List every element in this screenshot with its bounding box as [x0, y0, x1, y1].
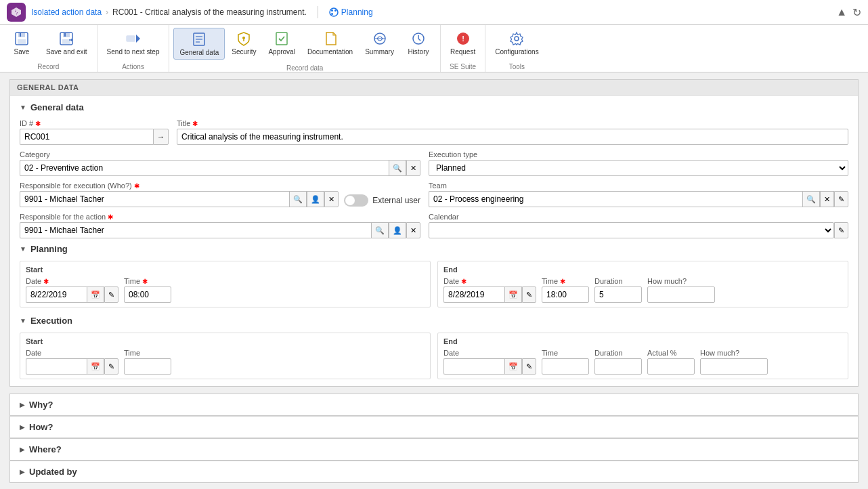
- security-icon: [236, 30, 252, 47]
- how-much-group: How much?: [647, 277, 715, 303]
- where-section[interactable]: ▶ Where?: [9, 438, 859, 461]
- general-data-button[interactable]: General data: [173, 28, 225, 60]
- summary-label: Summary: [365, 48, 394, 56]
- exec-start-calendar-btn[interactable]: 📅: [87, 358, 104, 375]
- exec-end-calendar-btn[interactable]: 📅: [504, 358, 522, 375]
- team-edit-btn[interactable]: ✎: [834, 191, 848, 207]
- why-label: Why?: [29, 400, 53, 410]
- request-button[interactable]: ! Request: [445, 28, 481, 58]
- exec-actual-input[interactable]: [647, 358, 695, 375]
- summary-button[interactable]: Summary: [360, 28, 399, 58]
- approval-button[interactable]: Approval: [263, 28, 300, 58]
- top-bar-actions: ▲ ↻: [836, 6, 861, 19]
- history-button[interactable]: History: [401, 28, 436, 58]
- security-button[interactable]: Security: [226, 28, 261, 58]
- team-input[interactable]: [429, 191, 802, 207]
- why-section[interactable]: ▶ Why?: [9, 394, 859, 416]
- category-search-btn[interactable]: 🔍: [389, 160, 406, 176]
- exec-end-clear-btn[interactable]: ✎: [522, 358, 536, 375]
- exec-start-time-input[interactable]: [124, 358, 171, 375]
- external-toggle-container: External user: [344, 194, 420, 207]
- breadcrumb-base[interactable]: Isolated action data: [31, 7, 102, 17]
- save-button[interactable]: Save: [4, 28, 39, 58]
- where-collapse-arrow: ▶: [20, 446, 25, 453]
- title-input[interactable]: [177, 129, 848, 145]
- exec-actual-group: Actual %: [647, 349, 695, 375]
- how-much-input[interactable]: [647, 286, 715, 303]
- start-date-calendar-btn[interactable]: 📅: [87, 286, 104, 303]
- configurations-button[interactable]: Configurations: [490, 28, 544, 58]
- exec-start-clear-btn[interactable]: ✎: [104, 358, 118, 375]
- action-clear-btn[interactable]: ✕: [406, 222, 420, 238]
- save-exit-button[interactable]: Save and exit: [41, 28, 93, 58]
- approval-label: Approval: [268, 48, 295, 56]
- svg-marker-0: [12, 7, 21, 17]
- save-exit-icon: [58, 30, 74, 47]
- general-data-icon: [191, 31, 207, 47]
- general-data-section-header[interactable]: ▼ General data: [20, 102, 848, 112]
- responsible-input[interactable]: [20, 191, 289, 207]
- exec-end-date-input[interactable]: [443, 358, 504, 375]
- external-toggle[interactable]: [344, 194, 368, 207]
- collapse-icon[interactable]: ▲: [836, 6, 847, 19]
- execution-type-group: Execution type Planned Unplanned: [429, 150, 848, 176]
- toolbar-groups: Save Save and exit Record Send to next: [0, 25, 868, 72]
- exec-start-time-group: Time: [124, 349, 171, 375]
- updated-by-section[interactable]: ▶ Updated by: [9, 461, 859, 483]
- start-date-label: Date ✱: [26, 277, 118, 285]
- end-date-clear-btn[interactable]: ✎: [522, 286, 536, 303]
- category-input[interactable]: [20, 160, 389, 176]
- exec-end-time-input[interactable]: [542, 358, 589, 375]
- team-input-group: 🔍 ✕ ✎: [429, 191, 848, 207]
- toolbar: Save Save and exit Record Send to next: [0, 25, 868, 72]
- send-next-button[interactable]: Send to next step: [102, 28, 165, 58]
- save-label: Save: [14, 48, 30, 56]
- send-next-icon: [125, 30, 142, 47]
- exec-duration-input[interactable]: [594, 358, 642, 375]
- planning-link[interactable]: Planning: [329, 7, 373, 17]
- responsible-clear-btn[interactable]: ✕: [324, 191, 339, 207]
- id-search-btn[interactable]: →: [153, 129, 169, 145]
- exec-how-much-label: How much?: [700, 349, 768, 357]
- exec-how-much-input[interactable]: [700, 358, 768, 375]
- end-date-input[interactable]: [443, 286, 504, 303]
- team-search-btn[interactable]: 🔍: [802, 191, 820, 207]
- execution-start-label: Start: [26, 337, 425, 345]
- start-date-input[interactable]: [26, 286, 87, 303]
- responsible-person-btn[interactable]: 👤: [307, 191, 324, 207]
- execution-type-select[interactable]: Planned Unplanned: [429, 160, 848, 176]
- end-date-group: Date ✱ 📅 ✎: [443, 277, 536, 303]
- how-section[interactable]: ▶ How?: [9, 416, 859, 438]
- exec-start-date-input[interactable]: [26, 358, 87, 375]
- planning-boxes: Start Date ✱ 📅 ✎: [20, 261, 848, 307]
- how-label: How?: [29, 422, 53, 432]
- category-clear-btn[interactable]: ✕: [406, 160, 420, 176]
- general-data-collapse-arrow: ▼: [20, 104, 26, 111]
- toolbar-group-tools: Configurations Tools: [485, 25, 548, 72]
- action-calendar-row: Responsible for the action ✱ 🔍 👤 ✕ Calen…: [20, 213, 848, 238]
- team-clear-btn[interactable]: ✕: [820, 191, 834, 207]
- id-input[interactable]: [20, 129, 153, 145]
- where-label: Where?: [29, 444, 62, 454]
- planning-section-header[interactable]: ▼ Planning: [20, 244, 848, 254]
- action-search-btn[interactable]: 🔍: [371, 222, 389, 238]
- exec-start-time-label: Time: [124, 349, 171, 357]
- responsible-team-row: Responsible for execution (Who?) ✱ 🔍 👤 ✕…: [20, 182, 848, 207]
- documentation-button[interactable]: Documentation: [302, 28, 358, 58]
- calendar-edit-btn[interactable]: ✎: [834, 222, 848, 238]
- refresh-icon[interactable]: ↻: [852, 6, 861, 19]
- execution-start-inputs: Date 📅 ✎ Time: [26, 349, 425, 375]
- responsible-search-btn[interactable]: 🔍: [289, 191, 307, 207]
- toolbar-group-record: Save Save and exit Record: [0, 25, 97, 72]
- duration-input[interactable]: [594, 286, 642, 303]
- execution-collapse-arrow: ▼: [20, 317, 26, 324]
- svg-rect-13: [64, 33, 66, 37]
- calendar-select[interactable]: [429, 222, 834, 238]
- start-time-input[interactable]: [124, 286, 171, 303]
- action-input[interactable]: [20, 222, 371, 238]
- end-date-calendar-btn[interactable]: 📅: [504, 286, 522, 303]
- execution-section-header[interactable]: ▼ Execution: [20, 316, 848, 326]
- end-time-input[interactable]: [542, 286, 589, 303]
- start-date-clear-btn[interactable]: ✎: [104, 286, 118, 303]
- action-person-btn[interactable]: 👤: [389, 222, 406, 238]
